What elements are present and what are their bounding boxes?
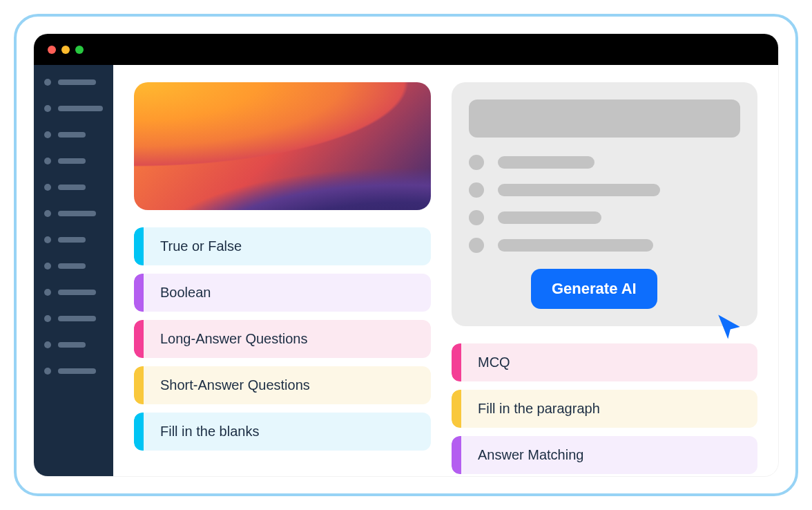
question-type-item[interactable]: Boolean — [134, 274, 431, 312]
panel-row — [469, 210, 740, 225]
placeholder-line — [498, 239, 653, 252]
bullet-icon — [469, 182, 484, 198]
sidebar-item[interactable] — [44, 158, 103, 164]
question-type-item[interactable]: Fill in the paragraph — [452, 390, 757, 428]
placeholder-line — [498, 184, 660, 196]
question-type-item[interactable]: Fill in the blanks — [134, 413, 431, 451]
color-stripe — [452, 436, 461, 474]
close-icon[interactable] — [48, 46, 56, 54]
sidebar-item-label — [58, 211, 96, 216]
bullet-icon — [44, 184, 51, 191]
panel-header-placeholder — [469, 100, 740, 138]
bullet-icon — [44, 236, 51, 243]
sidebar-item-label — [58, 158, 86, 164]
placeholder-line — [498, 156, 594, 169]
bullet-icon — [44, 158, 51, 164]
bullet-icon — [469, 238, 484, 253]
sidebar-item[interactable] — [44, 315, 103, 322]
question-type-label: Fill in the paragraph — [461, 401, 600, 417]
question-type-label: True or False — [144, 238, 242, 254]
minimize-icon[interactable] — [61, 46, 70, 54]
question-type-item[interactable]: MCQ — [452, 343, 757, 381]
question-type-label: Answer Matching — [461, 447, 583, 463]
cursor-icon — [715, 312, 744, 341]
sidebar — [34, 65, 113, 476]
generate-panel: Generate AI — [452, 82, 757, 326]
panel-row — [469, 155, 740, 170]
color-stripe — [134, 413, 144, 451]
bullet-icon — [44, 263, 51, 270]
bullet-icon — [44, 289, 51, 296]
bullet-icon — [469, 155, 484, 170]
main: True or FalseBooleanLong-Answer Question… — [113, 65, 778, 476]
sidebar-item-label — [58, 185, 86, 190]
right-column: Generate AI MCQFill in the paragraphAnsw… — [452, 82, 757, 459]
bullet-icon — [44, 210, 51, 217]
color-stripe — [452, 390, 461, 428]
sidebar-item-label — [58, 316, 96, 321]
question-type-item[interactable]: Short-Answer Questions — [134, 366, 431, 404]
question-type-label: Long-Answer Questions — [144, 331, 307, 347]
panel-row — [469, 238, 740, 253]
question-type-label: Boolean — [144, 285, 211, 301]
question-type-label: Fill in the blanks — [144, 424, 259, 440]
bullet-icon — [44, 341, 51, 348]
sidebar-item[interactable] — [44, 289, 103, 296]
sidebar-item[interactable] — [44, 236, 103, 243]
sidebar-item[interactable] — [44, 263, 103, 270]
sidebar-item-label — [58, 290, 96, 295]
color-stripe — [134, 320, 144, 358]
left-column: True or FalseBooleanLong-Answer Question… — [134, 82, 431, 459]
sidebar-item-label — [58, 79, 96, 85]
content: True or FalseBooleanLong-Answer Question… — [34, 65, 778, 476]
sidebar-item[interactable] — [44, 210, 103, 217]
color-stripe — [134, 227, 144, 265]
question-type-item[interactable]: True or False — [134, 227, 431, 265]
maximize-icon[interactable] — [75, 46, 84, 54]
color-stripe — [134, 366, 144, 404]
panel-row — [469, 182, 740, 198]
sidebar-item[interactable] — [44, 341, 103, 348]
sidebar-item[interactable] — [44, 79, 103, 86]
sidebar-item-label — [58, 132, 86, 138]
outer-frame: True or FalseBooleanLong-Answer Question… — [14, 14, 798, 496]
bullet-icon — [469, 210, 484, 225]
titlebar — [34, 34, 778, 65]
question-type-item[interactable]: Long-Answer Questions — [134, 320, 431, 358]
placeholder-line — [498, 211, 601, 224]
bullet-icon — [44, 368, 51, 375]
app-window: True or FalseBooleanLong-Answer Question… — [34, 34, 778, 476]
question-type-label: Short-Answer Questions — [144, 377, 310, 393]
hero-image — [134, 82, 431, 210]
question-type-item[interactable]: Answer Matching — [452, 436, 757, 474]
sidebar-item[interactable] — [44, 184, 103, 191]
bullet-icon — [44, 79, 51, 86]
generate-ai-button[interactable]: Generate AI — [531, 269, 657, 309]
sidebar-item[interactable] — [44, 131, 103, 138]
sidebar-item[interactable] — [44, 368, 103, 375]
sidebar-item-label — [58, 106, 103, 111]
sidebar-item-label — [58, 237, 86, 243]
sidebar-item-label — [58, 368, 96, 374]
sidebar-item-label — [58, 342, 86, 348]
bullet-icon — [44, 315, 51, 322]
color-stripe — [134, 274, 144, 312]
sidebar-item[interactable] — [44, 105, 103, 112]
bullet-icon — [44, 105, 51, 112]
color-stripe — [452, 343, 461, 381]
sidebar-item-label — [58, 263, 86, 269]
bullet-icon — [44, 131, 51, 138]
question-type-label: MCQ — [461, 355, 510, 370]
